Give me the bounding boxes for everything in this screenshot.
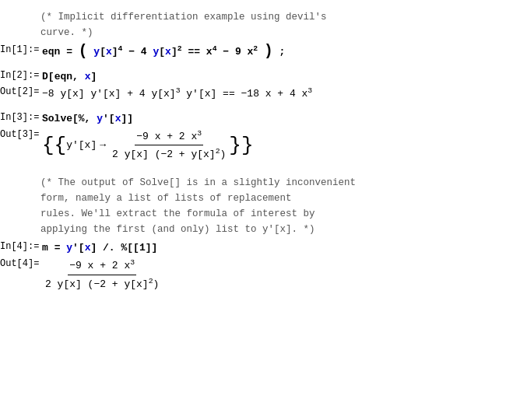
out3-arrow: → <box>100 138 106 153</box>
in4-m: m <box>42 242 48 254</box>
out2-label: Out[2]= <box>0 86 40 97</box>
out4-denominator: 2 y[x] (−2 + y[x]2) <box>44 275 160 292</box>
in2-content: D[eqn, x] <box>40 69 513 85</box>
out4-numerator: −9 x + 2 x3 <box>68 257 136 275</box>
comment2-line2: form, namely a list of lists of replacem… <box>40 191 513 206</box>
out3-denominator: 2 y[x] (−2 + y[x]2) <box>111 145 227 163</box>
out3-open-inner: { <box>54 135 67 156</box>
in1-x1: x <box>106 46 112 58</box>
comment2-line4: applying the first (and only) list to y'… <box>40 222 513 237</box>
in2-D: D <box>42 71 48 82</box>
in4-content: m = y'[x] /. %[[1]] <box>40 240 513 256</box>
out3-outer-set: { { y′[x] → −9 x + 2 x3 2 y[x] (−2 + y[x… <box>42 128 254 163</box>
out3-close-inner: } <box>229 135 241 156</box>
comment2-line1: (* The output of Solve[] is in a slightl… <box>40 175 513 191</box>
out3-numerator: −9 x + 2 x3 <box>135 128 203 146</box>
cell-in4: In[4]:= m = y'[x] /. %[[1]] <box>0 240 513 256</box>
comment2-line3: rules. We'll extract the formula of inte… <box>40 206 513 222</box>
out3-label: Out[3]= <box>0 128 40 140</box>
in4-label: In[4]:= <box>0 240 40 252</box>
in1-x2: x <box>165 46 171 58</box>
out3-fraction: −9 x + 2 x3 2 y[x] (−2 + y[x]2) <box>111 128 227 163</box>
out3-open-outer: { <box>42 135 54 156</box>
in3-label: In[3]:= <box>0 111 40 123</box>
in1-label: In[1]:= <box>0 44 40 55</box>
comment-block-1: (* Implicit differentiation example usin… <box>0 9 513 40</box>
cell-out4: Out[4]= −9 x + 2 x3 2 y[x] (−2 + y[x]2) <box>0 257 513 292</box>
in2-eqn: eqn <box>54 71 72 82</box>
out3-rule: y′[x] → −9 x + 2 x3 2 y[x] (−2 + y[x]2) <box>66 128 229 163</box>
out4-content: −9 x + 2 x3 2 y[x] (−2 + y[x]2) <box>40 257 513 292</box>
in1-open-paren: ( <box>79 43 88 60</box>
cell-out3: Out[3]= { { y′[x] → −9 x + 2 x3 2 y[x] (… <box>0 128 513 163</box>
in3-Solve: Solve <box>42 113 72 124</box>
comment-line-1: (* Implicit differentiation example usin… <box>40 9 513 25</box>
in3-yprime: y <box>97 113 103 124</box>
in1-content: eqn = ( y[x]4 − 4 y[x]2 == x4 − 9 x2 ) ; <box>40 44 513 60</box>
in1-y1: y <box>93 46 100 58</box>
out3-close-outer: } <box>241 135 254 156</box>
cell-in2: In[2]:= D[eqn, x] <box>0 69 513 85</box>
out3-content: { { y′[x] → −9 x + 2 x3 2 y[x] (−2 + y[x… <box>40 128 513 163</box>
in1-close-paren: ) <box>264 43 273 60</box>
cell-in3: In[3]:= Solve[%, y'[x]] <box>0 111 513 127</box>
in1-varname: eqn <box>42 46 60 58</box>
out3-inner-set: { y′[x] → −9 x + 2 x3 2 y[x] (−2 + y[x]2… <box>54 128 241 163</box>
cell-in1: In[1]:= eqn = ( y[x]4 − 4 y[x]2 == x4 − … <box>0 44 513 60</box>
comment-line-2: curve. *) <box>40 25 513 40</box>
in3-content: Solve[%, y'[x]] <box>40 111 513 127</box>
cell-out2: Out[2]= −8 y[x] y′[x] + 4 y[x]3 y′[x] ==… <box>0 86 513 102</box>
out4-fraction: −9 x + 2 x3 2 y[x] (−2 + y[x]2) <box>44 257 160 292</box>
out4-label: Out[4]= <box>0 257 40 269</box>
in2-label: In[2]:= <box>0 69 40 81</box>
out2-content: −8 y[x] y′[x] + 4 y[x]3 y′[x] == −18 x +… <box>40 86 513 102</box>
comment-block-2: (* The output of Solve[] is in a slightl… <box>0 175 513 237</box>
in4-y: y <box>66 242 72 254</box>
